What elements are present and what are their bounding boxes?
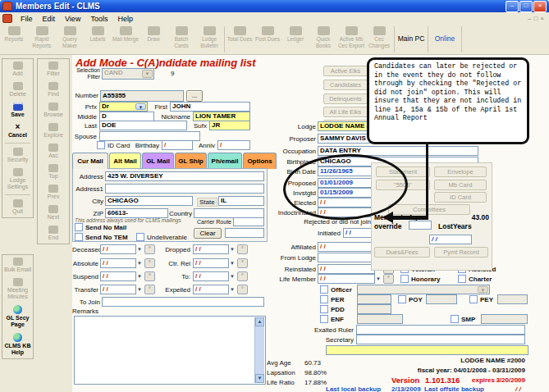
override-field[interactable] (409, 221, 432, 230)
browse-number-button[interactable]: ... (186, 90, 203, 102)
toolbar-ledger[interactable]: Ledger (281, 25, 309, 54)
enf-checkbox[interactable] (320, 315, 328, 323)
toolbar-cec-changes[interactable]: Cec Changes (365, 25, 393, 54)
first-name-field[interactable]: JOHN (170, 102, 250, 112)
per-field[interactable] (357, 294, 391, 304)
send-no-mail-checkbox[interactable] (75, 223, 83, 231)
sidebar-end-button[interactable]: End (38, 223, 69, 244)
sidebar-asc-button[interactable]: Asc (38, 141, 69, 162)
proposed-field[interactable]: 01/01/2009 (318, 178, 375, 188)
officer-combo[interactable]: ▼ (357, 285, 490, 294)
elected-field[interactable]: / / (318, 198, 375, 207)
toolbar-labels[interactable]: Labels (84, 25, 112, 54)
envelope-button[interactable]: Envelope (434, 166, 487, 177)
id-card-button[interactable]: ID Card (434, 192, 487, 203)
close-icon[interactable]: × (533, 1, 547, 12)
restore-icon[interactable]: □ (519, 1, 533, 12)
clear-value-field[interactable] (225, 228, 264, 238)
chevron-down-icon[interactable]: ▼ (228, 244, 236, 254)
prefix-combo[interactable]: Dr▼ (99, 102, 148, 112)
suspend-to-field[interactable]: / / (193, 271, 229, 281)
life-member-field[interactable]: / / (318, 274, 375, 284)
tab-cur-mail[interactable]: Cur Mail (72, 153, 108, 169)
invstgtd-field[interactable]: 01/15/2009 (318, 188, 375, 198)
selection-filter-combo[interactable]: CAND▼ (102, 68, 154, 80)
tab-alt-mail[interactable]: Alt Mail (109, 153, 141, 169)
highlight-bar-field[interactable] (326, 345, 528, 355)
toolbar-main-pc[interactable]: Main PC (396, 25, 427, 54)
deceased-field[interactable]: / / (100, 244, 136, 254)
mb-card-button[interactable]: Mb Card (434, 180, 487, 190)
smp-field[interactable] (481, 314, 528, 324)
mdi-restore-icon[interactable]: □ (533, 15, 538, 22)
smp-checkbox[interactable] (451, 315, 459, 323)
chevron-down-icon[interactable]: ▼ (374, 274, 382, 284)
delinquents-button[interactable]: Delinquents (323, 93, 368, 104)
sidebar-add-button[interactable]: Add (2, 59, 33, 80)
sidebar-prev-button[interactable]: Prev (38, 182, 69, 203)
toolbar-batch-cards[interactable]: Batch Cards (167, 25, 195, 54)
absolute-field[interactable]: / / (100, 258, 136, 268)
date-picker-icon[interactable]: ° (383, 274, 394, 284)
toolbar-post-dues[interactable]: Post Dues (254, 25, 281, 54)
menu-tools[interactable]: Tools (85, 14, 112, 24)
sidebar-find-button[interactable]: Find (38, 80, 69, 100)
officer-checkbox[interactable] (320, 285, 328, 294)
to-join-field[interactable] (102, 297, 264, 307)
scroll-up-icon[interactable]: ▲ (255, 317, 264, 326)
scroll-down-icon[interactable]: ▼ (255, 374, 264, 383)
toolbar-lodge-bulletin[interactable]: Lodge Bulletin (195, 25, 223, 54)
chevron-down-icon[interactable]: ▼ (228, 258, 236, 268)
minimize-icon[interactable]: – (506, 1, 519, 12)
statement-button[interactable]: Statement (376, 166, 430, 177)
send-no-tem-checkbox[interactable] (75, 233, 83, 241)
all-life-elks-button[interactable]: All Life Elks (323, 107, 368, 117)
mdi-minimize-icon[interactable]: – (528, 15, 531, 22)
btn-5505[interactable]: "5505" (376, 180, 430, 190)
chevron-down-icon[interactable]: ▼ (135, 271, 144, 281)
per-checkbox[interactable] (320, 295, 328, 303)
date-picker-icon[interactable]: ° (237, 285, 248, 294)
sidebar-delete-button[interactable]: Delete (2, 80, 33, 100)
toolbar-mail-merge[interactable]: Mail Merge (112, 25, 140, 54)
chevron-down-icon[interactable]: ▼ (135, 285, 144, 294)
carrier-route-field[interactable] (233, 217, 264, 226)
toolbar-total-dues[interactable]: Total Dues (226, 25, 254, 54)
chevron-down-icon[interactable]: ▼ (228, 285, 236, 294)
suspend-field[interactable]: / / (100, 271, 136, 281)
toolbar-online[interactable]: Online (429, 25, 460, 54)
pey-checkbox[interactable] (469, 295, 478, 303)
affiliated-field[interactable]: / / (318, 242, 375, 252)
city-field[interactable]: CHICAGO (105, 196, 193, 206)
toolbar-quick-books[interactable]: Quick Books (309, 25, 337, 54)
sidebar-save-button[interactable]: Save (2, 100, 33, 121)
enf-field[interactable] (357, 314, 403, 324)
sidebar-browse-button[interactable]: Browse (38, 100, 69, 121)
pymt-record-button[interactable]: Pymt Record (434, 247, 488, 258)
menu-file[interactable]: File (16, 14, 38, 24)
number-field[interactable]: A55355 (100, 90, 184, 102)
dues-fees-button[interactable]: Dues&Fees (374, 247, 430, 258)
scrollbar[interactable]: ▲ ▼ (254, 317, 264, 383)
expelled-field[interactable]: / / (193, 285, 229, 294)
tab-gl-mail[interactable]: GL Mail (142, 153, 174, 169)
chevron-down-icon[interactable]: ▼ (228, 271, 236, 281)
toolbar-active-mb-cec-export[interactable]: Active Mb Cec Export (337, 25, 365, 54)
sidebar-cancel-button[interactable]: ×Cancel (2, 121, 33, 141)
address1-field[interactable] (105, 184, 264, 194)
toolbar-query-maker[interactable]: Query Maker (56, 25, 84, 54)
reinstated-field[interactable]: / / (318, 264, 375, 274)
sidebar-bulk-email-button[interactable]: Bulk Email (2, 255, 33, 276)
tab-gl-ship[interactable]: GL Ship (175, 153, 207, 169)
lost-years-field[interactable]: / / (429, 235, 472, 244)
remarks-textarea[interactable]: ▲ ▼ (74, 316, 266, 385)
menu-edit[interactable]: Edit (38, 14, 61, 24)
charter-checkbox[interactable] (458, 275, 466, 283)
sidebar-meeting-minutes-button[interactable]: Meeting Minutes (2, 276, 33, 303)
transfer-field[interactable]: / / (100, 285, 136, 294)
candidates-button[interactable]: Candidates (323, 80, 368, 90)
pdd-field[interactable] (357, 304, 391, 314)
sidebar-explore-button[interactable]: Explore (38, 121, 69, 141)
address-field[interactable]: 425 W. DIVERSEY (105, 171, 264, 181)
chevron-down-icon[interactable]: ▼ (135, 244, 144, 254)
